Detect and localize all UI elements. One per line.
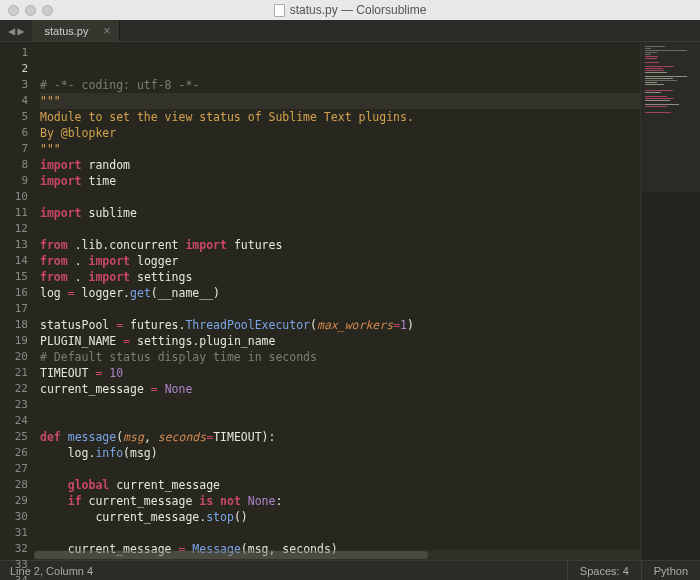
code-line[interactable]: current_message.stop() bbox=[40, 509, 640, 525]
tab-bar: ◀ ▶ status.py × bbox=[0, 20, 700, 42]
line-number[interactable]: 4 bbox=[0, 93, 28, 109]
nav-back-icon[interactable]: ◀ bbox=[8, 24, 15, 38]
editor: 1234567891011121314151617181920212223242… bbox=[0, 42, 700, 560]
code-line[interactable]: """ bbox=[40, 141, 640, 157]
line-number[interactable]: 26 bbox=[0, 445, 28, 461]
tab-status-py[interactable]: status.py × bbox=[32, 20, 119, 41]
status-bar: Line 2, Column 4 Spaces: 4 Python bbox=[0, 560, 700, 580]
line-number[interactable]: 24 bbox=[0, 413, 28, 429]
code-line[interactable] bbox=[40, 397, 640, 413]
code-line[interactable]: TIMEOUT = 10 bbox=[40, 365, 640, 381]
traffic-lights bbox=[8, 5, 53, 16]
line-number[interactable]: 9 bbox=[0, 173, 28, 189]
code-line[interactable]: import time bbox=[40, 173, 640, 189]
line-number[interactable]: 14 bbox=[0, 253, 28, 269]
line-number[interactable]: 20 bbox=[0, 349, 28, 365]
line-number[interactable]: 29 bbox=[0, 493, 28, 509]
line-number[interactable]: 7 bbox=[0, 141, 28, 157]
code-area[interactable]: # -*- coding: utf-8 -*-"""Module to set … bbox=[34, 42, 640, 560]
code-line[interactable]: # -*- coding: utf-8 -*- bbox=[40, 77, 640, 93]
code-line[interactable]: log.info(msg) bbox=[40, 445, 640, 461]
line-number[interactable]: 28 bbox=[0, 477, 28, 493]
line-number[interactable]: 32 bbox=[0, 541, 28, 557]
line-number[interactable]: 27 bbox=[0, 461, 28, 477]
code-line[interactable]: if current_message is not None: bbox=[40, 493, 640, 509]
code-line[interactable]: log = logger.get(__name__) bbox=[40, 285, 640, 301]
code-line[interactable]: from .lib.concurrent import futures bbox=[40, 237, 640, 253]
status-indent[interactable]: Spaces: 4 bbox=[567, 561, 641, 580]
minimap[interactable] bbox=[640, 42, 700, 560]
close-icon[interactable]: × bbox=[103, 24, 110, 38]
line-number[interactable]: 8 bbox=[0, 157, 28, 173]
code-line[interactable]: import random bbox=[40, 157, 640, 173]
line-number[interactable]: 18 bbox=[0, 317, 28, 333]
nav-forward-icon[interactable]: ▶ bbox=[17, 24, 24, 38]
line-number[interactable]: 21 bbox=[0, 365, 28, 381]
code-line[interactable]: Module to set the view status of Sublime… bbox=[40, 109, 640, 125]
tab-label: status.py bbox=[44, 25, 88, 37]
code-line[interactable]: current_message = None bbox=[40, 381, 640, 397]
code-line[interactable] bbox=[40, 189, 640, 205]
line-number[interactable]: 5 bbox=[0, 109, 28, 125]
horizontal-scrollbar[interactable] bbox=[34, 550, 640, 560]
code-line[interactable]: By @blopker bbox=[40, 125, 640, 141]
code-line[interactable]: # Default status display time in seconds bbox=[40, 349, 640, 365]
line-number[interactable]: 16 bbox=[0, 285, 28, 301]
line-number[interactable]: 31 bbox=[0, 525, 28, 541]
code-line[interactable]: PLUGIN_NAME = settings.plugin_name bbox=[40, 333, 640, 349]
code-line[interactable] bbox=[40, 461, 640, 477]
line-number[interactable]: 6 bbox=[0, 125, 28, 141]
line-number[interactable]: 15 bbox=[0, 269, 28, 285]
minimize-window-icon[interactable] bbox=[25, 5, 36, 16]
line-number[interactable]: 13 bbox=[0, 237, 28, 253]
horizontal-scroll-thumb[interactable] bbox=[34, 551, 428, 559]
line-number[interactable]: 25 bbox=[0, 429, 28, 445]
code-line[interactable]: import sublime bbox=[40, 205, 640, 221]
code-line[interactable] bbox=[40, 221, 640, 237]
line-number[interactable]: 3 bbox=[0, 77, 28, 93]
line-number[interactable]: 2 bbox=[0, 61, 28, 77]
code-line[interactable]: from . import settings bbox=[40, 269, 640, 285]
close-window-icon[interactable] bbox=[8, 5, 19, 16]
window-title-text: status.py — Colorsublime bbox=[290, 3, 427, 17]
line-number[interactable]: 22 bbox=[0, 381, 28, 397]
window-title: status.py — Colorsublime bbox=[0, 3, 700, 17]
zoom-window-icon[interactable] bbox=[42, 5, 53, 16]
code-line[interactable]: statusPool = futures.ThreadPoolExecutor(… bbox=[40, 317, 640, 333]
line-number[interactable]: 23 bbox=[0, 397, 28, 413]
document-icon bbox=[274, 4, 285, 17]
code-line[interactable]: def message(msg, seconds=TIMEOUT): bbox=[40, 429, 640, 445]
line-number[interactable]: 17 bbox=[0, 301, 28, 317]
line-number[interactable]: 10 bbox=[0, 189, 28, 205]
line-number-gutter[interactable]: 1234567891011121314151617181920212223242… bbox=[0, 42, 34, 560]
line-number[interactable]: 30 bbox=[0, 509, 28, 525]
mac-titlebar: status.py — Colorsublime bbox=[0, 0, 700, 20]
code-line[interactable]: from . import logger bbox=[40, 253, 640, 269]
line-number[interactable]: 11 bbox=[0, 205, 28, 221]
line-number[interactable]: 19 bbox=[0, 333, 28, 349]
line-number[interactable]: 1 bbox=[0, 45, 28, 61]
status-position[interactable]: Line 2, Column 4 bbox=[0, 565, 567, 577]
code-line[interactable]: """ bbox=[40, 93, 640, 109]
line-number[interactable]: 12 bbox=[0, 221, 28, 237]
code-line[interactable] bbox=[40, 301, 640, 317]
minimap-viewport[interactable] bbox=[641, 42, 700, 192]
status-language[interactable]: Python bbox=[641, 561, 700, 580]
code-line[interactable] bbox=[40, 413, 640, 429]
code-line[interactable] bbox=[40, 525, 640, 541]
code-line[interactable]: global current_message bbox=[40, 477, 640, 493]
